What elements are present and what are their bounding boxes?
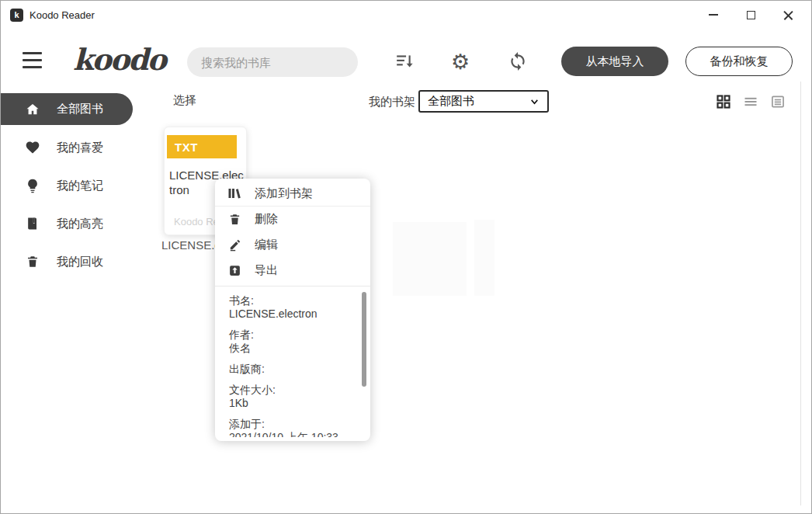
sidebar-item-label: 我的笔记 bbox=[57, 179, 103, 193]
menu-item-label: 编辑 bbox=[255, 238, 278, 252]
sidebar-item-notes[interactable]: 我的笔记 bbox=[1, 172, 156, 200]
book-context-menu: 添加到书架 删除 编辑 导出 书名: LICENSE.electron bbox=[215, 179, 370, 441]
shelf-label: 我的书架 bbox=[369, 95, 415, 109]
trash-icon bbox=[227, 213, 241, 227]
titlebar: k Koodo Reader bbox=[1, 1, 811, 29]
menu-item-label: 删除 bbox=[255, 212, 278, 227]
bookshelf-icon bbox=[227, 186, 241, 200]
heart-icon bbox=[25, 140, 40, 155]
search-box bbox=[187, 47, 358, 77]
sidebar-item-all-books[interactable]: 全部图书 bbox=[1, 93, 133, 125]
sync-icon[interactable] bbox=[507, 50, 529, 72]
sidebar-item-label: 我的高亮 bbox=[57, 217, 103, 231]
close-button[interactable] bbox=[769, 1, 807, 29]
ghost-card bbox=[474, 220, 494, 296]
shelf-select[interactable]: 全部图书 bbox=[418, 90, 549, 113]
search-input[interactable] bbox=[201, 56, 356, 69]
app-logo: koodo bbox=[73, 42, 165, 77]
sidebar-item-label: 全部图书 bbox=[57, 102, 103, 116]
maximize-icon bbox=[747, 11, 755, 19]
detail-value: 2021/10/10 上午 10:33 bbox=[229, 431, 359, 437]
detail-label: 作者: bbox=[229, 328, 359, 342]
sort-icon[interactable] bbox=[394, 50, 416, 72]
detail-value: LICENSE.electron bbox=[229, 307, 359, 321]
minimize-button[interactable] bbox=[695, 1, 732, 29]
window-controls bbox=[695, 1, 807, 29]
backup-restore-button[interactable]: 备份和恢复 bbox=[685, 47, 793, 76]
shelf-select-value: 全部图书 bbox=[428, 94, 474, 109]
book-details: 书名: LICENSE.electron 作者: 佚名 出版商: 文件大小: 1… bbox=[215, 287, 370, 437]
app-window: k Koodo Reader koodo ⚙ 从本地导入 备份和恢复 bbox=[0, 0, 812, 514]
highlight-book-icon bbox=[25, 216, 40, 231]
menu-scrollbar-thumb[interactable] bbox=[362, 292, 366, 387]
detail-value: 佚名 bbox=[229, 342, 359, 355]
menu-item-add-to-shelf[interactable]: 添加到书架 bbox=[215, 181, 370, 207]
close-icon bbox=[783, 10, 793, 20]
export-icon bbox=[227, 264, 241, 278]
settings-icon[interactable]: ⚙ bbox=[449, 50, 471, 72]
sidebar-item-highlights[interactable]: 我的高亮 bbox=[1, 210, 156, 238]
detail-label: 文件大小: bbox=[229, 384, 359, 397]
trash-icon bbox=[25, 254, 40, 269]
sidebar-item-label: 我的回收 bbox=[57, 255, 103, 269]
format-badge: TXT bbox=[167, 135, 237, 158]
menu-item-delete[interactable]: 删除 bbox=[215, 207, 370, 232]
minimize-icon bbox=[709, 14, 718, 16]
menu-icon[interactable] bbox=[23, 52, 42, 68]
grid-view-icon[interactable] bbox=[715, 93, 731, 109]
select-mode-button[interactable]: 选择 bbox=[173, 93, 196, 108]
menu-item-label: 添加到书架 bbox=[255, 186, 313, 201]
maximize-button[interactable] bbox=[732, 1, 769, 29]
detail-value: 1Kb bbox=[229, 397, 359, 410]
menu-item-label: 导出 bbox=[255, 263, 278, 278]
edit-icon bbox=[227, 238, 241, 252]
bulb-icon bbox=[25, 178, 40, 193]
app-icon: k bbox=[10, 9, 23, 22]
chevron-down-icon bbox=[529, 96, 540, 106]
content-divider bbox=[800, 82, 801, 505]
cover-view-icon[interactable] bbox=[769, 93, 786, 109]
import-local-button[interactable]: 从本地导入 bbox=[561, 47, 668, 76]
sidebar-item-label: 我的喜爱 bbox=[57, 141, 103, 155]
view-toggle-group bbox=[715, 93, 786, 109]
ghost-card bbox=[393, 222, 467, 296]
list-view-icon[interactable] bbox=[742, 93, 758, 109]
menu-item-export[interactable]: 导出 bbox=[215, 258, 370, 283]
home-icon bbox=[25, 102, 40, 117]
sidebar-item-favorites[interactable]: 我的喜爱 bbox=[1, 134, 156, 161]
detail-label: 出版商: bbox=[229, 363, 359, 376]
sidebar-item-trash[interactable]: 我的回收 bbox=[1, 248, 156, 276]
menu-item-edit[interactable]: 编辑 bbox=[215, 232, 370, 258]
detail-label: 书名: bbox=[229, 294, 359, 307]
detail-label: 添加于: bbox=[229, 418, 359, 431]
app-title: Koodo Reader bbox=[29, 9, 95, 21]
